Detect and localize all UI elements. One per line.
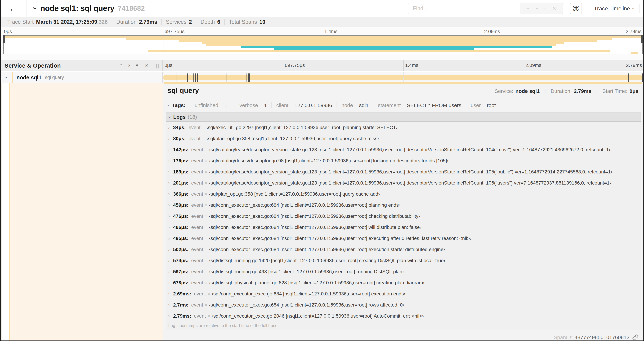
expand-all-icon[interactable]: » [145,62,148,68]
collapse-controls: › › » » [120,62,149,68]
log-row[interactable]: ›189μs:event=‹sql/catalog/lease/descript… [166,166,641,177]
log-timestamp: 495μs: [173,236,188,241]
log-row[interactable]: ›2.79ms:event=‹sql/conn_executor_exec.go… [166,310,641,321]
trace-metadata-bar: Trace StartMarch 31 2022, 17:25:09.326Du… [0,17,644,27]
ruler-tick-label: 2.79ms [626,63,642,68]
log-marker [628,74,629,82]
logs-footnote: Log timestamps are relative to the start… [168,323,279,328]
minimap-drag-handle-left[interactable] [3,35,5,43]
log-field-value: ‹sql/exec_util.go:2297 [nsql1,client=127… [206,125,398,130]
equals-sign: = [205,192,207,196]
chevron-right-icon: › [168,236,173,241]
start-time-label: Start Time: [602,88,628,94]
service-value: node sql1 [515,88,540,94]
log-row[interactable]: ›142μs:event=‹sql/catalog/lease/descript… [166,144,641,155]
trace-title-wrap: › node sql1: sql query 7418682 [34,4,145,13]
locate-icon[interactable]: ⌖ [526,6,530,11]
deep-link-icon[interactable] [632,334,638,340]
app-header: ← › node sql1: sql query 7418682 ⌖ › › ✕… [0,0,644,17]
log-field-value: ‹sql/catalog/lease/descriptor_version_st… [209,147,610,152]
log-marker [226,74,226,82]
back-button[interactable]: ← [0,0,27,17]
prev-result-icon[interactable]: › [534,8,539,9]
log-row[interactable]: ›2.7ms:event=‹sql/conn_executor_exec.go:… [166,299,641,310]
chevron-right-icon: › [168,302,173,307]
ruler-tick-label: 2.09ms [526,63,541,68]
minimap-span-bar [206,44,556,46]
log-row[interactable]: ›201μs:event=‹sql/catalog/lease/descript… [166,177,641,189]
log-row[interactable]: ›486μs:event=‹sql/conn_executor_exec.go:… [166,222,641,233]
span-collapse-icon[interactable]: › [3,77,9,79]
chevron-right-icon: › [168,103,169,108]
minimap-drag-handle-right[interactable] [641,35,642,43]
collapse-all-icon[interactable]: » [135,63,141,67]
log-marker [642,74,642,82]
meta-label: Services [166,19,186,25]
find-input[interactable] [408,3,520,14]
gutter-inset [2,83,9,341]
trace-view-selector[interactable]: Trace Timeline › [589,3,640,14]
next-result-icon[interactable]: › [542,8,548,9]
log-row[interactable]: ›502μs:event=‹sql/conn_executor_exec.go:… [166,244,641,255]
log-row[interactable]: ›2.69ms:event=‹sql/conn_executor_exec.go… [166,288,641,299]
log-field-key: event [191,202,203,208]
meta-value: 10 [259,19,265,25]
log-field-value: ‹sql/conn_executor_exec.go:684 [nsql1,cl… [209,225,421,230]
log-row[interactable]: ›34μs:event=‹sql/exec_util.go:2297 [nsql… [166,122,641,133]
log-row[interactable]: ›495μs:event=‹sql/conn_executor_exec.go:… [166,233,641,244]
log-marker [627,74,627,82]
log-timestamp: 142μs: [173,147,188,152]
log-row[interactable]: ›476μs:event=‹sql/conn_executor_exec.go:… [166,211,641,222]
keyboard-shortcuts-button[interactable]: ⌘ [570,3,582,14]
meta-suffix: .326 [97,19,108,25]
equals-sign: = [290,103,293,108]
tags-row[interactable]: › Tags: _unfinished=1_verbose=1client=12… [168,100,638,110]
span-row[interactable]: › node sql1 sql query [0,72,644,83]
log-field-key: event [194,313,206,319]
log-field-key: event [188,125,200,130]
equals-sign: = [220,103,223,108]
equals-sign: = [205,158,207,163]
window-scrollbar-edge[interactable] [643,0,644,341]
log-row[interactable]: ›574μs:event=‹sql/distsql_running.go:142… [166,255,641,266]
minimap-tick-labels: 0μs697.75μs1.4ms2.09ms2.79ms [3,27,642,35]
divider: | [596,88,598,94]
chevron-right-icon: › [168,269,173,274]
logs-count: (18) [188,114,197,120]
column-resizer[interactable] [156,64,158,69]
span-operation-name: sql query [45,75,64,80]
log-row[interactable]: ›366μs:event=‹sql/plan_opt.go:358 [nsql1… [166,189,641,200]
span-duration-bar[interactable] [164,75,642,80]
equals-sign: = [205,214,207,219]
clear-search-icon[interactable]: ✕ [552,6,556,11]
log-row[interactable]: ›80μs:event=‹sql/plan_opt.go:358 [nsql1,… [166,133,641,144]
meta-label: Total Spans [229,19,257,25]
page-title: node sql1: sql query [40,4,114,13]
log-marker [168,74,169,82]
log-row[interactable]: ›176μs:event=‹sql/catalog/descs/descript… [166,155,641,166]
tag-pair: statement=SELECT * FROM users [373,102,466,108]
minimap-canvas[interactable] [3,35,642,54]
log-row[interactable]: ›459μs:event=‹sql/conn_executor_exec.go:… [166,200,641,211]
logs-label: Logs [173,114,186,120]
collapse-one-icon[interactable]: › [118,64,124,66]
span-detail-header: sql query Service: node sql1 | Duration:… [163,83,644,97]
log-field-value: ‹sql/conn_executor_exec.go:684 [nsql1,cl… [209,302,404,308]
log-field-key: event [191,158,203,164]
logs-header[interactable]: › Logs (18) [166,113,641,122]
log-timestamp: 597μs: [173,269,188,274]
trace-meta-item: Depth6 [196,19,224,25]
logs-block: › Logs (18) ›34μs:event=‹sql/exec_util.g… [166,112,641,330]
expand-one-icon[interactable]: › [128,62,130,68]
spanid-label: SpanID: [554,334,572,340]
chevron-right-icon: › [168,169,173,174]
duration-label: Duration: [550,88,572,94]
log-row[interactable]: ›597μs:event=‹sql/distsql_running.go:498… [166,266,641,277]
service-color-strip [12,72,13,83]
meta-label: Duration [116,19,136,25]
log-timestamp: 366μs: [173,191,188,197]
log-row[interactable]: ›678μs:event=‹sql/distsql_physical_plann… [166,277,641,288]
collapse-trace-icon[interactable]: › [31,7,40,10]
log-timestamp: 2.69ms: [173,291,191,297]
log-marker [245,74,245,82]
